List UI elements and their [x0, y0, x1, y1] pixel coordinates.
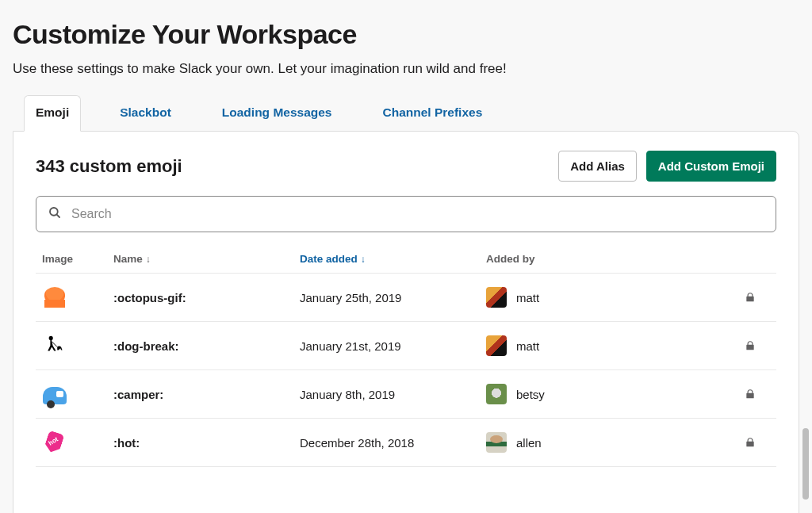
- col-image: Image: [42, 253, 113, 265]
- table-row: :dog-break: January 21st, 2019 matt: [36, 321, 776, 369]
- emoji-name: :camper:: [113, 388, 300, 401]
- user-name: matt: [516, 291, 539, 304]
- lock-icon: [730, 389, 770, 400]
- col-date-label: Date added: [300, 253, 358, 265]
- emoji-panel: 343 custom emoji Add Alias Add Custom Em…: [13, 131, 799, 513]
- add-custom-emoji-button[interactable]: Add Custom Emoji: [646, 151, 776, 182]
- svg-line-1: [56, 214, 59, 217]
- lock-icon: [730, 437, 770, 448]
- sort-arrow-icon: ↓: [361, 254, 366, 265]
- tab-slackbot[interactable]: Slackbot: [108, 95, 183, 131]
- lock-icon: [730, 292, 770, 303]
- avatar: [486, 335, 507, 356]
- emoji-added-by: matt: [486, 287, 730, 308]
- emoji-date: January 21st, 2019: [300, 339, 486, 353]
- col-name[interactable]: Name↓: [113, 253, 300, 265]
- add-alias-button[interactable]: Add Alias: [558, 151, 637, 182]
- tab-channel-prefixes[interactable]: Channel Prefixes: [371, 95, 495, 131]
- sort-arrow-icon: ↓: [146, 254, 151, 265]
- table-row: :hot: December 28th, 2018 allen: [36, 418, 776, 466]
- search-field[interactable]: [36, 196, 776, 232]
- user-name: allen: [516, 436, 542, 450]
- emoji-thumb: [42, 333, 67, 358]
- tab-emoji[interactable]: Emoji: [24, 95, 81, 132]
- emoji-thumb: [42, 381, 67, 407]
- page-title: Customize Your Workspace: [13, 19, 799, 50]
- table-row: :octopus-gif: January 25th, 2019 matt: [36, 273, 776, 321]
- table-header: Image Name↓ Date added↓ Added by: [36, 245, 776, 273]
- emoji-thumb: [42, 285, 67, 310]
- emoji-added-by: betsy: [486, 384, 730, 404]
- emoji-thumb: [42, 430, 67, 455]
- emoji-name: :octopus-gif:: [113, 291, 300, 304]
- emoji-name: :dog-break:: [113, 339, 300, 353]
- emoji-date: January 25th, 2019: [300, 291, 486, 304]
- user-name: matt: [516, 339, 539, 353]
- emoji-added-by: matt: [486, 335, 730, 356]
- search-input[interactable]: [70, 206, 764, 222]
- page-subtitle: Use these settings to make Slack your ow…: [13, 61, 799, 77]
- emoji-name: :hot:: [113, 436, 300, 450]
- lock-icon: [730, 340, 770, 351]
- col-added-by: Added by: [486, 253, 730, 265]
- col-date-added[interactable]: Date added↓: [300, 253, 486, 265]
- avatar: [486, 432, 507, 453]
- emoji-date: December 28th, 2018: [300, 436, 486, 450]
- search-icon: [48, 205, 62, 223]
- tab-loading-messages[interactable]: Loading Messages: [210, 95, 344, 131]
- emoji-count: 343 custom emoji: [36, 156, 182, 177]
- avatar: [486, 384, 507, 404]
- user-name: betsy: [516, 388, 545, 401]
- svg-point-2: [49, 336, 53, 340]
- scrollbar-thumb[interactable]: [802, 428, 809, 500]
- emoji-added-by: allen: [486, 432, 730, 453]
- avatar: [486, 287, 507, 308]
- tabs: Emoji Slackbot Loading Messages Channel …: [13, 94, 799, 131]
- emoji-date: January 8th, 2019: [300, 388, 486, 401]
- table-row: :camper: January 8th, 2019 betsy: [36, 369, 776, 418]
- col-name-label: Name: [113, 253, 143, 265]
